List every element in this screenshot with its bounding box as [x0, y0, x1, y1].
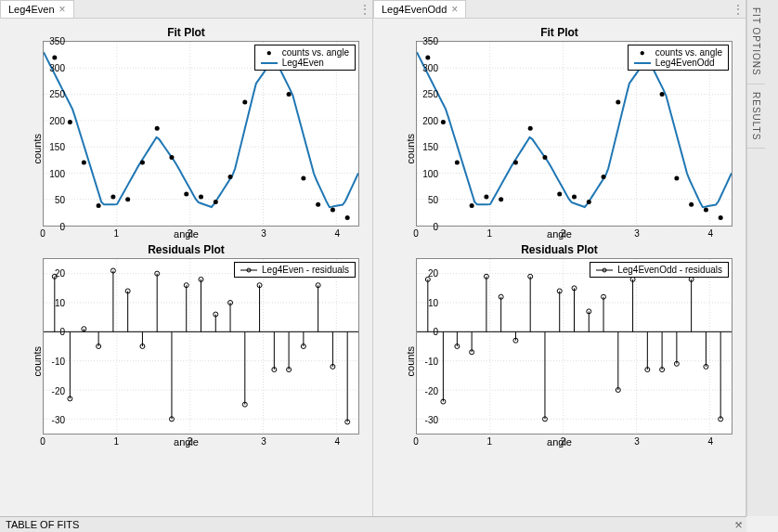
svg-point-107 [484, 194, 488, 199]
tab-label: Leg4Even [8, 4, 55, 15]
svg-point-105 [455, 161, 460, 165]
svg-point-21 [169, 155, 174, 160]
resid-plot-axes-right: counts Leg4EvenOdd - residuals -30-20-10… [416, 258, 733, 435]
close-icon[interactable]: × [451, 4, 458, 15]
panel-right: Leg4EvenOdd × ⋮ Fit Plot counts ● counts… [373, 0, 746, 516]
svg-point-119 [660, 92, 665, 97]
fit-plot-axes-left: counts ● counts vs. angle Leg4Even [43, 41, 359, 227]
tab-bar-left: Leg4Even × ⋮ [0, 0, 372, 19]
resid-plot-legend-left[interactable]: Leg4Even - residuals [234, 262, 356, 278]
main-split: Leg4Even × ⋮ Fit Plot counts ● counts vs… [0, 0, 746, 516]
svg-point-116 [616, 100, 620, 105]
svg-point-122 [704, 208, 708, 213]
tab-bar-right: Leg4EvenOdd × ⋮ [373, 0, 746, 19]
resid-plot-title-right: Residuals Plot [381, 243, 738, 256]
yticks: -30-20-1001020 [410, 258, 438, 435]
resid-plot-title-left: Residuals Plot [7, 243, 365, 256]
stem-icon [240, 266, 257, 275]
svg-point-110 [528, 126, 533, 131]
svg-point-108 [499, 197, 503, 201]
yticks: 050100150200250300350 [410, 41, 438, 227]
legend-item: ● counts vs. angle [634, 47, 722, 58]
svg-point-112 [557, 192, 562, 197]
dot-icon: ● [634, 47, 651, 58]
fit-plot-legend-left[interactable]: ● counts vs. angle Leg4Even [254, 45, 356, 71]
svg-point-121 [689, 202, 694, 207]
legend-label: Leg4EvenOdd [655, 58, 715, 68]
panel-body-right: Fit Plot counts ● counts vs. angle Leg4E… [373, 19, 746, 516]
tab-label: Leg4EvenOdd [382, 4, 447, 15]
side-tabs: FIT OPTIONS RESULTS [746, 0, 778, 516]
svg-point-30 [301, 176, 305, 181]
line-icon [261, 62, 278, 64]
side-tab-results[interactable]: RESULTS [747, 84, 765, 149]
svg-point-24 [214, 200, 218, 204]
dot-icon: ● [261, 47, 278, 58]
tab-menu-icon[interactable]: ⋮ [729, 0, 746, 18]
svg-point-113 [572, 194, 577, 199]
tab-leg4evenodd[interactable]: Leg4EvenOdd × [373, 0, 466, 18]
xticks: 01234 [43, 228, 359, 240]
legend-label: Leg4EvenOdd - residuals [617, 265, 722, 275]
svg-point-26 [242, 100, 247, 105]
xticks: 01234 [43, 436, 359, 448]
resid-plot-box-left[interactable]: Leg4Even - residuals [43, 258, 359, 435]
legend-label: counts vs. angle [282, 47, 349, 58]
legend-label: Leg4Even [282, 58, 324, 68]
svg-point-33 [345, 215, 350, 220]
svg-point-120 [674, 176, 679, 181]
yticks: 050100150200250300350 [37, 41, 65, 227]
resid-plot-svg-left [44, 259, 358, 434]
svg-point-32 [331, 208, 335, 213]
svg-point-17 [110, 194, 115, 199]
resid-plot-axes-left: counts Leg4Even - residuals -30-20-10010… [43, 258, 359, 435]
fit-plot-legend-right[interactable]: ● counts vs. angle Leg4EvenOdd [628, 45, 729, 71]
bottom-bar: TABLE OF FITS ⤧ [0, 516, 746, 532]
fit-plot-axes-right: counts ● counts vs. angle Leg4EvenOdd [416, 41, 733, 227]
resid-plot-legend-right[interactable]: Leg4EvenOdd - residuals [590, 262, 729, 278]
svg-point-22 [184, 192, 188, 197]
close-icon[interactable]: × [59, 4, 66, 15]
legend-label: counts vs. angle [655, 47, 722, 58]
svg-point-29 [287, 92, 292, 97]
expand-icon[interactable]: ⤧ [732, 519, 745, 531]
legend-item: Leg4Even [261, 58, 349, 68]
tab-menu-icon[interactable]: ⋮ [356, 0, 372, 18]
xticks: 01234 [416, 436, 733, 448]
legend-item: ● counts vs. angle [261, 47, 349, 58]
svg-point-19 [140, 161, 145, 165]
table-of-fits-label[interactable]: TABLE OF FITS [6, 519, 79, 530]
legend-label: Leg4Even - residuals [262, 265, 349, 275]
side-tab-fit-options[interactable]: FIT OPTIONS [747, 0, 765, 84]
legend-item: Leg4EvenOdd [634, 58, 722, 68]
svg-point-16 [97, 203, 101, 208]
fit-plot-box-left[interactable]: ● counts vs. angle Leg4Even [43, 41, 359, 227]
svg-point-115 [602, 175, 606, 179]
fit-plot-box-right[interactable]: ● counts vs. angle Leg4EvenOdd [416, 41, 733, 227]
yticks: -30-20-1001020 [37, 258, 65, 435]
svg-point-114 [587, 200, 591, 204]
svg-point-111 [542, 155, 547, 160]
svg-point-109 [513, 161, 518, 165]
legend-item: Leg4EvenOdd - residuals [596, 265, 722, 275]
svg-point-23 [199, 194, 203, 199]
panel-left: Leg4Even × ⋮ Fit Plot counts ● counts vs… [0, 0, 373, 516]
svg-point-104 [441, 120, 446, 124]
resid-plot-svg-right [417, 259, 732, 434]
svg-point-106 [470, 203, 474, 208]
svg-point-18 [125, 197, 130, 201]
panel-body-left: Fit Plot counts ● counts vs. angle Leg4E… [0, 19, 372, 516]
line-icon [634, 62, 651, 64]
svg-point-15 [82, 161, 86, 165]
tab-leg4even[interactable]: Leg4Even × [0, 0, 74, 18]
svg-point-14 [68, 120, 72, 124]
svg-point-31 [316, 202, 320, 207]
svg-point-20 [155, 126, 160, 131]
svg-point-25 [228, 175, 233, 179]
xticks: 01234 [416, 228, 733, 240]
stem-icon [596, 266, 613, 275]
legend-item: Leg4Even - residuals [240, 265, 349, 275]
resid-plot-box-right[interactable]: Leg4EvenOdd - residuals [416, 258, 733, 435]
svg-point-123 [719, 215, 723, 220]
